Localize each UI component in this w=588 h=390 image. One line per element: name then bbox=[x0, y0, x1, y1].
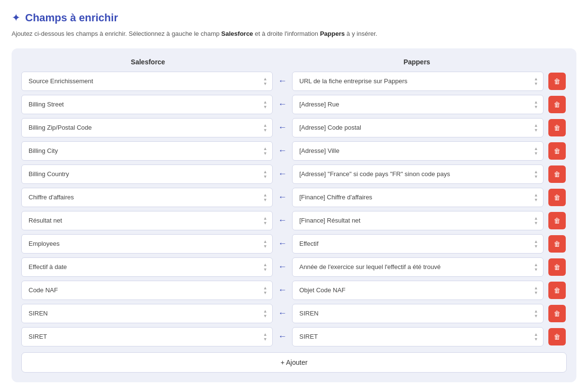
salesforce-select-0[interactable]: Source Enrichissement ▲▼ bbox=[21, 72, 273, 91]
subtitle-salesforce: Salesforce bbox=[221, 30, 253, 37]
left-arrow-icon-1: ← bbox=[278, 99, 287, 109]
delete-button-3[interactable]: 🗑 bbox=[548, 142, 566, 160]
delete-cell-9: 🗑 bbox=[544, 282, 567, 299]
left-arrow-icon-2: ← bbox=[278, 122, 287, 133]
left-arrow-icon-10: ← bbox=[278, 308, 287, 318]
pappers-select-4[interactable]: [Adresse] "France" si code pays "FR" sin… bbox=[292, 165, 544, 184]
left-arrow-icon-6: ← bbox=[278, 215, 287, 225]
subtitle-mid: et à droite l'information bbox=[253, 30, 320, 37]
left-arrow-icon-11: ← bbox=[278, 331, 287, 342]
delete-button-9[interactable]: 🗑 bbox=[548, 282, 566, 299]
salesforce-select-11[interactable]: SIRET ▲▼ bbox=[21, 327, 273, 346]
pappers-chevrons-2: ▲▼ bbox=[534, 123, 538, 132]
left-arrow-icon-0: ← bbox=[278, 76, 287, 86]
table-row: Code NAF ▲▼ ← Objet Code NAF ▲▼ 🗑 bbox=[21, 281, 567, 300]
salesforce-chevrons-5: ▲▼ bbox=[263, 193, 267, 202]
salesforce-select-1[interactable]: Billing Street ▲▼ bbox=[21, 95, 273, 114]
left-arrow-icon-5: ← bbox=[278, 192, 287, 202]
pappers-select-2[interactable]: [Adresse] Code postal ▲▼ bbox=[292, 118, 544, 137]
pappers-value-10: SIREN bbox=[299, 310, 319, 317]
pappers-chevrons-10: ▲▼ bbox=[534, 309, 538, 318]
salesforce-value-2: Billing Zip/Postal Code bbox=[29, 124, 92, 131]
pappers-select-5[interactable]: [Finance] Chiffre d'affaires ▲▼ bbox=[292, 188, 544, 207]
salesforce-select-5[interactable]: Chiffre d'affaires ▲▼ bbox=[21, 188, 273, 207]
delete-cell-5: 🗑 bbox=[544, 189, 567, 206]
delete-button-10[interactable]: 🗑 bbox=[548, 305, 566, 322]
delete-button-11[interactable]: 🗑 bbox=[548, 328, 566, 345]
salesforce-value-8: Effectif à date bbox=[29, 263, 67, 270]
delete-cell-11: 🗑 bbox=[544, 328, 567, 345]
delete-button-2[interactable]: 🗑 bbox=[548, 119, 566, 136]
trash-icon-1: 🗑 bbox=[554, 101, 560, 108]
delete-button-1[interactable]: 🗑 bbox=[548, 96, 566, 113]
delete-button-5[interactable]: 🗑 bbox=[548, 189, 566, 206]
trash-icon-2: 🗑 bbox=[554, 124, 560, 132]
salesforce-value-3: Billing City bbox=[29, 147, 58, 154]
salesforce-chevrons-0: ▲▼ bbox=[263, 76, 267, 86]
subtitle-pappers: Pappers bbox=[320, 30, 345, 37]
trash-icon-4: 🗑 bbox=[554, 170, 560, 178]
pappers-select-3[interactable]: [Adresse] Ville ▲▼ bbox=[292, 141, 544, 161]
pappers-chevrons-7: ▲▼ bbox=[534, 239, 538, 248]
salesforce-value-0: Source Enrichissement bbox=[29, 77, 93, 85]
salesforce-select-6[interactable]: Résultat net ▲▼ bbox=[21, 211, 273, 230]
delete-cell-4: 🗑 bbox=[544, 165, 567, 183]
salesforce-value-5: Chiffre d'affaires bbox=[29, 194, 74, 201]
pappers-value-6: [Finance] Résultat net bbox=[299, 217, 360, 224]
pappers-select-0[interactable]: URL de la fiche entreprise sur Pappers ▲… bbox=[292, 72, 544, 91]
delete-button-4[interactable]: 🗑 bbox=[548, 165, 566, 183]
table-row: Source Enrichissement ▲▼ ← URL de la fic… bbox=[21, 72, 567, 91]
delete-button-0[interactable]: 🗑 bbox=[548, 73, 566, 90]
salesforce-select-4[interactable]: Billing Country ▲▼ bbox=[21, 165, 273, 184]
delete-cell-2: 🗑 bbox=[544, 119, 567, 136]
add-label: + Ajouter bbox=[280, 359, 308, 366]
left-arrow-icon-7: ← bbox=[278, 239, 287, 249]
pappers-select-11[interactable]: SIRET ▲▼ bbox=[292, 327, 544, 346]
delete-button-6[interactable]: 🗑 bbox=[548, 212, 566, 229]
table-row: SIRET ▲▼ ← SIRET ▲▼ 🗑 bbox=[21, 327, 567, 346]
salesforce-select-3[interactable]: Billing City ▲▼ bbox=[21, 141, 273, 161]
arrow-cell-11: ← bbox=[273, 331, 292, 342]
salesforce-value-1: Billing Street bbox=[29, 101, 64, 108]
arrow-cell-3: ← bbox=[273, 146, 292, 156]
salesforce-chevrons-3: ▲▼ bbox=[263, 146, 267, 155]
salesforce-chevrons-10: ▲▼ bbox=[263, 309, 267, 318]
delete-button-8[interactable]: 🗑 bbox=[548, 258, 566, 276]
delete-cell-0: 🗑 bbox=[544, 73, 567, 90]
pappers-select-7[interactable]: Effectif ▲▼ bbox=[292, 234, 544, 254]
table-row: Employees ▲▼ ← Effectif ▲▼ 🗑 bbox=[21, 234, 567, 254]
trash-icon-8: 🗑 bbox=[554, 263, 560, 271]
left-arrow-icon-8: ← bbox=[278, 262, 287, 272]
arrow-cell-9: ← bbox=[273, 285, 292, 295]
pappers-value-5: [Finance] Chiffre d'affaires bbox=[299, 194, 372, 201]
pappers-select-10[interactable]: SIREN ▲▼ bbox=[292, 304, 544, 323]
delete-button-7[interactable]: 🗑 bbox=[548, 235, 566, 253]
subtitle: Ajoutez ci-dessous les champs à enrichir… bbox=[12, 29, 576, 39]
salesforce-chevrons-6: ▲▼ bbox=[263, 216, 267, 225]
table-row: Billing City ▲▼ ← [Adresse] Ville ▲▼ 🗑 bbox=[21, 141, 567, 161]
pappers-chevrons-8: ▲▼ bbox=[534, 262, 538, 271]
col-header-pappers: Pappers bbox=[292, 58, 542, 66]
pappers-chevrons-0: ▲▼ bbox=[534, 76, 538, 86]
add-button[interactable]: + Ajouter bbox=[21, 352, 567, 373]
salesforce-select-9[interactable]: Code NAF ▲▼ bbox=[21, 281, 273, 300]
arrow-cell-5: ← bbox=[273, 192, 292, 202]
salesforce-select-7[interactable]: Employees ▲▼ bbox=[21, 234, 273, 254]
salesforce-select-2[interactable]: Billing Zip/Postal Code ▲▼ bbox=[21, 118, 273, 137]
arrow-cell-2: ← bbox=[273, 122, 292, 133]
trash-icon-11: 🗑 bbox=[554, 333, 560, 341]
salesforce-select-10[interactable]: SIREN ▲▼ bbox=[21, 304, 273, 323]
table-row: Résultat net ▲▼ ← [Finance] Résultat net… bbox=[21, 211, 567, 230]
pappers-select-1[interactable]: [Adresse] Rue ▲▼ bbox=[292, 95, 544, 114]
pappers-select-9[interactable]: Objet Code NAF ▲▼ bbox=[292, 281, 544, 300]
table-row: SIREN ▲▼ ← SIREN ▲▼ 🗑 bbox=[21, 304, 567, 323]
trash-icon-7: 🗑 bbox=[554, 240, 560, 248]
salesforce-chevrons-7: ▲▼ bbox=[263, 239, 267, 248]
delete-cell-8: 🗑 bbox=[544, 258, 567, 276]
delete-cell-3: 🗑 bbox=[544, 142, 567, 160]
salesforce-value-7: Employees bbox=[29, 240, 59, 247]
pappers-select-8[interactable]: Année de l'exercice sur lequel l'effecti… bbox=[292, 257, 544, 277]
pappers-select-6[interactable]: [Finance] Résultat net ▲▼ bbox=[292, 211, 544, 230]
salesforce-value-10: SIREN bbox=[29, 310, 48, 317]
salesforce-select-8[interactable]: Effectif à date ▲▼ bbox=[21, 257, 273, 277]
